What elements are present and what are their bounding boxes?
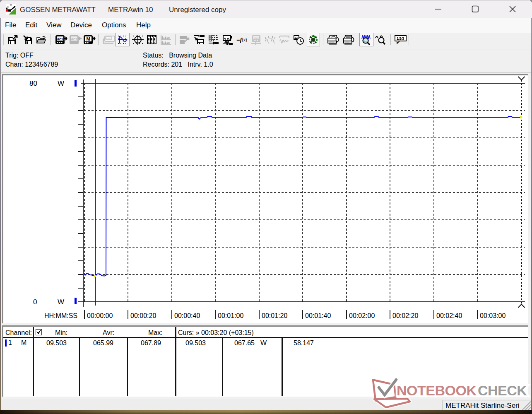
svg-text:NOTEBOOK: NOTEBOOK <box>397 383 477 398</box>
svg-text:CHECK: CHECK <box>478 383 527 398</box>
